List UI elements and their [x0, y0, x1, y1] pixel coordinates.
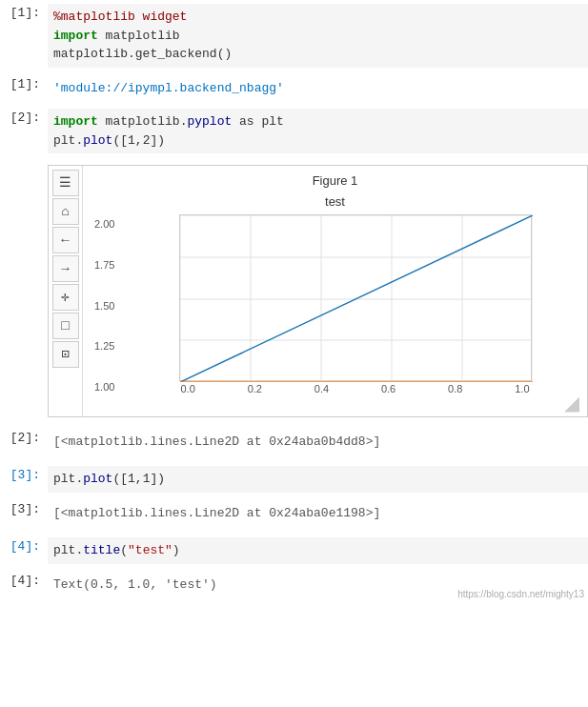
cell-2-out-number: [2]: [0, 429, 48, 455]
plot-func: plot [83, 133, 112, 148]
cell-3-input: [3]: plt.plot([1,1]) [0, 462, 588, 496]
y-axis-labels: 2.00 1.75 1.50 1.25 1.00 [94, 214, 114, 397]
cell-3-out-content: [<matplotlib.lines.Line2D at 0x24aba0e11… [48, 500, 588, 527]
plot-title: test [91, 192, 579, 212]
figure-cell-number [0, 161, 48, 417]
cell-1-input: [1]: %matplotlib widget import matplotli… [0, 0, 588, 71]
toolbar-home-btn[interactable]: ⌂ [52, 198, 79, 225]
title-func: title [83, 543, 120, 557]
cell-1-code[interactable]: %matplotlib widget import matplotlib mat… [48, 4, 588, 68]
x-label-0: 0.0 [181, 381, 195, 397]
chart-wrapper: 2.00 1.75 1.50 1.25 1.00 [131, 214, 579, 397]
notebook: [1]: %matplotlib widget import matplotli… [0, 0, 588, 601]
cell-2-code[interactable]: import matplotlib.pyplot as plt plt.plot… [48, 109, 588, 153]
import-keyword-2: import [53, 114, 98, 129]
cell-4-input: [4]: plt.title("test") [0, 534, 588, 568]
plot-svg [180, 215, 533, 382]
cell-4-out-number: [4]: [0, 572, 48, 598]
toolbar-pan-btn[interactable]: ✛ [52, 284, 79, 311]
cell-1-out-number: [1]: [0, 75, 48, 102]
cell-2-output: [2]: [<matplotlib.lines.Line2D at 0x24ab… [0, 425, 588, 459]
cell-3-output: [3]: [<matplotlib.lines.Line2D at 0x24ab… [0, 496, 588, 531]
cell-4-output: [4]: Text(0.5, 1.0, 'test') https://blog… [0, 568, 588, 602]
watermark: https://blog.csdn.net/mighty13 [457, 589, 584, 599]
cell-3-code[interactable]: plt.plot([1,1]) [48, 466, 588, 493]
figure-title: Figure 1 [91, 170, 579, 192]
pyplot-func: pyplot [187, 114, 232, 129]
magic-keyword: %matplotlib widget [53, 10, 187, 24]
cell-2-out-text: [<matplotlib.lines.Line2D at 0x24aba0b4d… [53, 433, 582, 452]
cell-3-out-number: [3]: [0, 500, 48, 527]
figure-toolbar: ☰ ⌂ ← → ✛ □ ⊡ [49, 166, 83, 416]
x-axis-labels: 0.0 0.2 0.4 0.6 0.8 1.0 [179, 381, 532, 397]
cell-1-number: [1]: [0, 4, 48, 68]
toolbar-zoom-btn[interactable]: □ [52, 313, 79, 339]
figure-cell: ☰ ⌂ ← → ✛ □ ⊡ Figure 1 test 2.00 [0, 157, 588, 421]
y-label-2: 1.25 [94, 338, 114, 354]
x-label-1: 0.2 [248, 381, 262, 397]
resize-handle[interactable] [564, 397, 579, 413]
y-label-1: 1.00 [94, 379, 114, 395]
cell-1-out-text: 'module://ipympl.backend_nbagg' [53, 79, 582, 98]
figure-container: ☰ ⌂ ← → ✛ □ ⊡ Figure 1 test 2.00 [48, 165, 588, 417]
toolbar-forward-btn[interactable]: → [52, 255, 79, 282]
cell-2-input: [2]: import matplotlib.pyplot as plt plt… [0, 105, 588, 157]
figure-main: Figure 1 test 2.00 1.75 1.50 1.25 1.00 [83, 166, 587, 416]
x-label-3: 0.6 [381, 381, 395, 397]
title-string: "test" [128, 543, 172, 557]
x-label-5: 1.0 [515, 381, 529, 397]
cell-4-number: [4]: [0, 537, 48, 564]
cell-1-out-content: 'module://ipympl.backend_nbagg' [48, 75, 588, 102]
cell-2-number: [2]: [0, 109, 48, 153]
plot-func-2: plot [83, 472, 112, 486]
toolbar-menu-btn[interactable]: ☰ [52, 170, 79, 196]
cell-4-code[interactable]: plt.title("test") [48, 537, 588, 564]
cell-3-out-text: [<matplotlib.lines.Line2D at 0x24aba0e11… [53, 504, 582, 523]
cell-1-output: [1]: 'module://ipympl.backend_nbagg' [0, 71, 588, 106]
toolbar-back-btn[interactable]: ← [52, 227, 79, 253]
import-keyword: import [53, 29, 98, 43]
figure-content: ☰ ⌂ ← → ✛ □ ⊡ Figure 1 test 2.00 [48, 161, 588, 417]
y-label-3: 1.50 [94, 298, 114, 314]
cell-3-number: [3]: [0, 466, 48, 493]
x-label-4: 0.8 [448, 381, 462, 397]
x-label-2: 0.4 [314, 381, 329, 397]
y-label-4: 1.75 [94, 257, 114, 273]
y-label-5: 2.00 [94, 216, 114, 232]
cell-2-out-content: [<matplotlib.lines.Line2D at 0x24aba0b4d… [48, 429, 588, 455]
chart-area[interactable] [179, 214, 532, 381]
resize-area [91, 397, 579, 413]
toolbar-save-btn[interactable]: ⊡ [52, 341, 79, 368]
